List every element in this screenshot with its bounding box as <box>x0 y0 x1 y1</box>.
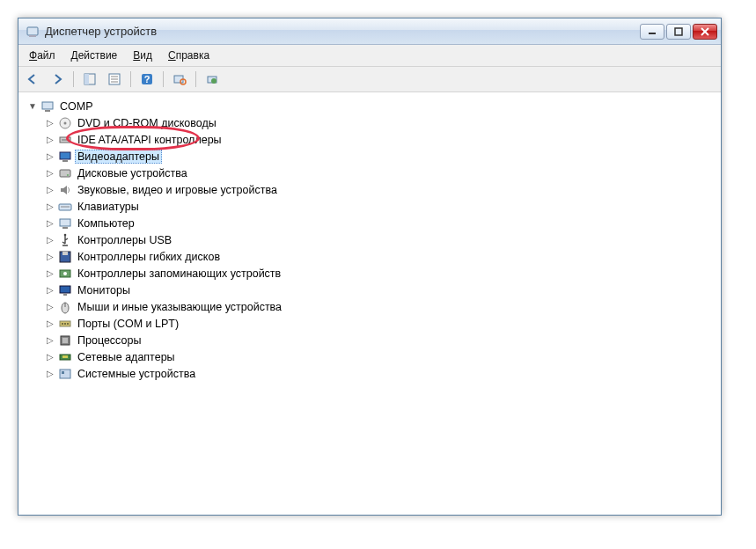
expand-icon[interactable]: ▷ <box>45 285 55 295</box>
ide-icon <box>57 133 73 147</box>
close-button[interactable] <box>693 24 717 40</box>
scan-hardware-button[interactable] <box>169 70 190 89</box>
tree-item-system[interactable]: ▷Системные устройства <box>18 365 721 382</box>
expand-icon[interactable]: ▷ <box>45 218 55 228</box>
help-button[interactable]: ? <box>136 70 158 89</box>
tree-item-label: Контроллеры гибких дисков <box>75 251 223 263</box>
tree-item-label: Мыши и иные указывающие устройства <box>75 301 284 313</box>
expand-icon[interactable]: ▷ <box>45 352 55 362</box>
system-icon <box>57 367 73 381</box>
svg-rect-3 <box>675 28 682 35</box>
tree-item-disk[interactable]: ▷Дисковые устройства <box>18 165 721 181</box>
tree-item-storage[interactable]: ▷Контроллеры запоминающих устройств <box>18 265 721 282</box>
svg-point-27 <box>67 174 69 176</box>
svg-rect-34 <box>62 252 68 255</box>
svg-rect-30 <box>60 219 70 226</box>
cpu-icon <box>57 333 73 348</box>
svg-rect-1 <box>29 35 36 37</box>
tree-item-label: Клавиатуры <box>75 201 142 213</box>
expand-icon[interactable]: ▷ <box>45 201 55 211</box>
tree-item-label: Мониторы <box>75 284 133 296</box>
tree-root-label: COMP <box>57 100 96 113</box>
mouse-icon <box>57 300 73 314</box>
tree-item-label: Видеоадаптеры <box>75 150 162 164</box>
app-icon <box>26 25 40 39</box>
tree-item-cpu[interactable]: ▷Процессоры <box>18 332 721 348</box>
expand-icon[interactable]: ▷ <box>45 268 55 278</box>
expand-icon[interactable]: ▷ <box>45 168 55 178</box>
expand-icon[interactable]: ▷ <box>45 369 55 378</box>
expand-icon[interactable]: ▷ <box>45 252 55 261</box>
svg-rect-31 <box>62 227 68 229</box>
tree-item-mouse[interactable]: ▷Мыши и иные указывающие устройства <box>18 298 721 315</box>
sound-icon <box>57 183 73 197</box>
tree-item-label: Компьютер <box>75 217 137 230</box>
tree-item-video[interactable]: ▷Видеоадаптеры <box>18 148 721 165</box>
tree-item-label: Системные устройства <box>75 368 198 380</box>
tree-item-ide[interactable]: ▷IDE ATA/ATAPI контроллеры <box>18 131 721 148</box>
svg-rect-37 <box>60 286 70 293</box>
window-controls <box>640 24 717 40</box>
toolbar-separator <box>195 71 196 87</box>
tree-item-computer[interactable]: ▷Компьютер <box>18 215 721 231</box>
tree-item-ports[interactable]: ▷Порты (COM и LPT) <box>18 315 721 332</box>
expand-icon[interactable]: ▷ <box>45 318 55 328</box>
usb-icon <box>57 233 73 247</box>
properties-button[interactable] <box>104 70 125 89</box>
svg-rect-50 <box>62 371 64 374</box>
menu-file[interactable]: Файл <box>22 47 62 64</box>
disc-icon <box>57 116 73 130</box>
menu-view[interactable]: Вид <box>126 47 159 64</box>
svg-rect-24 <box>60 152 70 159</box>
svg-rect-25 <box>62 160 68 162</box>
tree-item-network[interactable]: ▷Сетевые адаптеры <box>18 348 721 365</box>
tree-item-floppy[interactable]: ▷Контроллеры гибких дисков <box>18 248 721 265</box>
tree-item-keyboard[interactable]: ▷Клавиатуры <box>18 198 721 215</box>
device-tree[interactable]: ▼ COMP ▷DVD и CD-ROM дисководы▷IDE ATA/A… <box>18 92 721 515</box>
floppy-icon <box>57 250 73 264</box>
collapse-icon[interactable]: ▼ <box>27 101 38 111</box>
tree-item-dvd[interactable]: ▷DVD и CD-ROM дисководы <box>18 114 721 131</box>
menu-action[interactable]: Действие <box>64 47 125 64</box>
tree-item-label: DVD и CD-ROM дисководы <box>75 117 219 129</box>
monitor-icon <box>57 283 73 297</box>
show-hide-tree-button[interactable] <box>79 70 100 89</box>
svg-point-42 <box>62 323 63 325</box>
svg-rect-26 <box>60 170 70 177</box>
net-icon <box>57 350 73 364</box>
window-title: Диспетчер устройств <box>45 25 640 38</box>
toolbar-separator <box>130 71 131 87</box>
tree-item-usb[interactable]: ▷Контроллеры USB <box>18 231 721 248</box>
svg-point-32 <box>64 233 67 236</box>
tree-item-label: Звуковые, видео и игровые устройства <box>75 184 280 196</box>
expand-icon[interactable]: ▷ <box>45 235 55 245</box>
tree-item-label: IDE ATA/ATAPI контроллеры <box>75 134 224 146</box>
device-manager-window: Диспетчер устройств Файл Действие Вид Сп… <box>18 18 722 516</box>
tree-item-monitor[interactable]: ▷Мониторы <box>18 282 721 298</box>
expand-icon[interactable]: ▷ <box>45 135 55 144</box>
tree-root[interactable]: ▼ COMP <box>18 98 721 114</box>
tree-item-label: Дисковые устройства <box>75 167 190 179</box>
svg-rect-19 <box>45 110 50 112</box>
expand-icon[interactable]: ▷ <box>45 118 55 128</box>
toolbar: ? <box>18 67 721 92</box>
maximize-button[interactable] <box>666 24 691 40</box>
forward-button[interactable] <box>47 70 68 89</box>
expand-icon[interactable]: ▷ <box>45 302 55 311</box>
minimize-button[interactable] <box>640 24 664 40</box>
keyboard-icon <box>57 200 73 214</box>
titlebar[interactable]: Диспетчер устройств <box>18 18 721 45</box>
tree-item-sound[interactable]: ▷Звуковые, видео и игровые устройства <box>18 181 721 198</box>
toolbar-separator <box>73 71 74 87</box>
svg-point-44 <box>67 323 69 325</box>
svg-rect-38 <box>63 294 67 296</box>
menu-help[interactable]: Справка <box>161 47 217 64</box>
svg-rect-7 <box>84 74 89 84</box>
back-button[interactable] <box>22 70 43 89</box>
computer-icon <box>40 99 55 113</box>
update-driver-button[interactable] <box>202 70 223 89</box>
tree-item-label: Порты (COM и LPT) <box>75 318 181 330</box>
expand-icon[interactable]: ▷ <box>45 335 55 345</box>
expand-icon[interactable]: ▷ <box>45 151 55 161</box>
expand-icon[interactable]: ▷ <box>45 185 55 194</box>
